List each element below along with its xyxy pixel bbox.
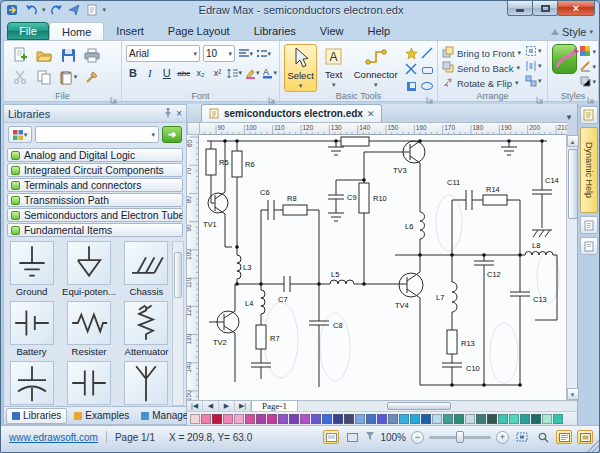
- polygon-tool-icon[interactable]: [405, 47, 418, 62]
- underline-button[interactable]: U: [160, 65, 174, 81]
- italic-button[interactable]: I: [143, 65, 157, 81]
- superscript-button[interactable]: x²: [211, 65, 225, 81]
- tab-list-dropdown[interactable]: ▼: [565, 113, 573, 122]
- maximize-button[interactable]: [532, 1, 558, 16]
- color-swatch[interactable]: [322, 414, 332, 424]
- color-swatch[interactable]: [421, 414, 431, 424]
- color-swatch[interactable]: [487, 414, 497, 424]
- normal-view-button[interactable]: [323, 430, 339, 444]
- select-tool-button[interactable]: Select▾: [284, 44, 317, 92]
- symbol-chassis[interactable]: Chassis: [123, 241, 170, 297]
- print-button[interactable]: [81, 45, 103, 65]
- last-page-button[interactable]: ▶|: [235, 401, 251, 411]
- panel-tab-examples[interactable]: Examples: [69, 408, 134, 424]
- website-link[interactable]: www.edrawsoft.com: [9, 432, 98, 443]
- ribbon-tab-page-layout[interactable]: Page Layout: [156, 22, 242, 40]
- color-swatch[interactable]: [520, 414, 530, 424]
- text-tool-button[interactable]: A Text▾: [317, 44, 350, 92]
- format-painter-button[interactable]: [81, 67, 103, 87]
- color-swatch[interactable]: [553, 414, 563, 424]
- search-category-button[interactable]: ▾: [8, 126, 32, 143]
- strikethrough-button[interactable]: abc: [177, 65, 191, 81]
- color-swatch[interactable]: [498, 414, 508, 424]
- fit-to-window-button[interactable]: [514, 430, 530, 444]
- bring-to-front-button[interactable]: Bring to Front▾: [442, 46, 521, 60]
- symbol-battery[interactable]: Battery: [8, 301, 55, 357]
- font-dialog-launcher[interactable]: [268, 91, 277, 100]
- help-page-icon[interactable]: [580, 106, 598, 124]
- canvas-horizontal-scrollbar[interactable]: [298, 401, 577, 411]
- zoom-funnel-icon[interactable]: [365, 431, 375, 443]
- first-page-button[interactable]: |◀: [187, 401, 203, 411]
- color-swatch[interactable]: [355, 414, 365, 424]
- panel-tab-libraries[interactable]: Libraries: [6, 408, 67, 424]
- library-category[interactable]: Fundamental Items: [7, 223, 183, 237]
- crop-tool-icon[interactable]: [407, 82, 416, 91]
- rectangle-tool-icon[interactable]: [422, 67, 433, 74]
- color-swatch[interactable]: [267, 414, 277, 424]
- bold-button[interactable]: B: [126, 65, 140, 81]
- color-swatch[interactable]: [531, 414, 541, 424]
- color-swatch[interactable]: [201, 414, 211, 424]
- copy-button[interactable]: [33, 67, 55, 87]
- file-menu-button[interactable]: File: [7, 22, 49, 40]
- zoom-in-button[interactable]: +: [496, 431, 509, 444]
- pan-mode-button[interactable]: [556, 430, 572, 444]
- ribbon-tab-home[interactable]: Home: [49, 22, 104, 40]
- symbol-ground[interactable]: Ground: [8, 241, 55, 297]
- align-button[interactable]: ▾: [238, 46, 253, 62]
- ribbon-tab-libraries[interactable]: Libraries: [242, 22, 308, 40]
- open-button[interactable]: [33, 45, 55, 65]
- color-swatch[interactable]: [223, 414, 233, 424]
- distribute-shapes-button[interactable]: ▾: [525, 59, 542, 72]
- arrange-dialog-launcher[interactable]: [536, 91, 545, 100]
- search-go-button[interactable]: ➜: [162, 126, 182, 143]
- color-swatch[interactable]: [245, 414, 255, 424]
- magnifier-button[interactable]: [535, 430, 551, 444]
- new-document-button[interactable]: [9, 45, 31, 65]
- library-category[interactable]: Semiconductors and Electron Tubes: [7, 208, 183, 222]
- symbol-antenna[interactable]: [123, 361, 170, 405]
- symbol-capacitor2[interactable]: [62, 361, 116, 405]
- font-name-select[interactable]: Arial▾: [126, 45, 200, 62]
- scroll-up-icon[interactable]: ▲: [567, 135, 579, 147]
- line-spacing-button[interactable]: ▾: [227, 65, 242, 81]
- fill-style-button[interactable]: ▾: [580, 45, 596, 58]
- color-swatch[interactable]: [190, 414, 200, 424]
- color-swatch[interactable]: [509, 414, 519, 424]
- color-swatch[interactable]: [432, 414, 442, 424]
- ellipse-tool-icon[interactable]: [421, 82, 433, 90]
- color-swatch[interactable]: [377, 414, 387, 424]
- color-swatch[interactable]: [311, 414, 321, 424]
- zoom-out-button[interactable]: −: [411, 431, 424, 444]
- close-panel-icon[interactable]: ×: [176, 108, 182, 119]
- symbol-equipotential[interactable]: Equi-poten...: [62, 241, 116, 297]
- canvas-vertical-scrollbar[interactable]: ▲ ▼: [566, 135, 578, 400]
- color-swatch[interactable]: [454, 414, 464, 424]
- library-category[interactable]: Terminals and connectors: [7, 178, 183, 192]
- basic-tools-dialog-launcher[interactable]: [426, 91, 435, 100]
- ribbon-tab-view[interactable]: View: [308, 22, 356, 40]
- color-swatch[interactable]: [542, 414, 552, 424]
- color-swatch[interactable]: [212, 414, 222, 424]
- file-dialog-launcher[interactable]: [110, 91, 119, 100]
- fullscreen-view-button[interactable]: [344, 430, 360, 444]
- symbol-capacitor[interactable]: [8, 361, 55, 405]
- ribbon-tab-help[interactable]: Help: [355, 22, 402, 40]
- document-tab[interactable]: semiconductors electron.edx ✕: [201, 104, 382, 122]
- line-tool-icon[interactable]: [421, 47, 433, 61]
- color-swatch[interactable]: [289, 414, 299, 424]
- color-swatch[interactable]: [410, 414, 420, 424]
- font-color-button[interactable]: A▾: [262, 65, 277, 81]
- color-swatch[interactable]: [476, 414, 486, 424]
- color-swatch[interactable]: [399, 414, 409, 424]
- subscript-button[interactable]: x₂: [194, 65, 208, 81]
- ribbon-tab-insert[interactable]: Insert: [104, 22, 156, 40]
- paste-button[interactable]: ▾: [57, 67, 79, 87]
- color-swatch[interactable]: [366, 414, 376, 424]
- page-tab[interactable]: Page-1: [251, 401, 298, 411]
- library-scrollbar[interactable]: [172, 241, 184, 406]
- align-shapes-button[interactable]: ▾: [525, 44, 542, 57]
- color-swatch[interactable]: [388, 414, 398, 424]
- send-to-back-button[interactable]: Send to Back▾: [442, 61, 521, 75]
